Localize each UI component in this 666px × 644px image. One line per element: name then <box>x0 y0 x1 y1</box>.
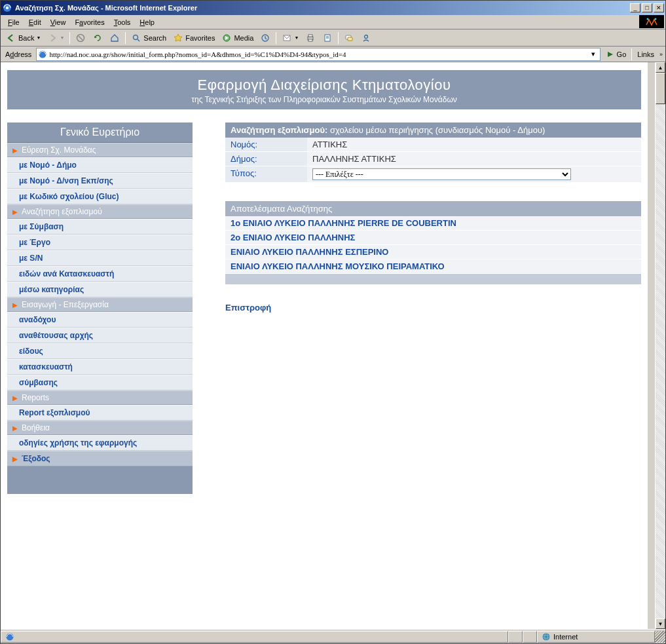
sidebar-item-anadoxou[interactable]: αναδόχου <box>7 312 193 328</box>
menu-view[interactable]: View <box>46 17 71 28</box>
resize-grip[interactable] <box>655 631 665 643</box>
status-zone: Internet <box>537 631 655 643</box>
menu-tools[interactable]: Tools <box>109 17 136 28</box>
results-footer <box>225 274 641 284</box>
arrow-icon: ▶ <box>12 425 18 432</box>
print-button[interactable] <box>303 31 318 45</box>
search-title: Αναζήτηση εξοπλισμού: σχολείου μέσω περι… <box>225 123 641 138</box>
refresh-button[interactable] <box>90 31 105 45</box>
sidebar-item-ergo[interactable]: με Έργο <box>7 235 193 250</box>
sidebar-section-edit[interactable]: ▶Εισαγωγή - Επεξεργασία <box>7 297 193 312</box>
scroll-track[interactable] <box>656 104 665 618</box>
history-button[interactable] <box>257 31 273 45</box>
go-label: Go <box>617 50 627 58</box>
maximize-button[interactable]: □ <box>642 3 652 12</box>
svg-point-3 <box>647 18 649 20</box>
sidebar-section-search[interactable]: ▶Αναζήτηση εξοπλισμού <box>7 204 193 219</box>
back-dropdown-icon[interactable]: ▼ <box>36 35 41 40</box>
status-cell <box>523 631 537 643</box>
sidebar: Γενικό Ευρετήριο ▶Εύρεση Σχ. Μονάδας με … <box>7 123 193 494</box>
menu-favorites[interactable]: Favorites <box>70 17 109 28</box>
back-button[interactable]: Back ▼ <box>3 31 43 45</box>
sidebar-item-kataskevasti[interactable]: ειδών ανά Κατασκευαστή <box>7 266 193 282</box>
app-title: Εφαρμογή Διαχείρισης Κτηματολογίου <box>12 77 636 94</box>
close-button[interactable]: ✕ <box>654 3 664 12</box>
field-label-dimos: Δήμος: <box>225 152 307 166</box>
field-label-nomos: Νομός: <box>225 138 307 151</box>
sidebar-exit[interactable]: ▶Έξοδος <box>7 451 193 466</box>
address-input-wrap[interactable]: ▾ <box>36 48 600 61</box>
result-item[interactable]: 1ο ΕΝΙΑΙΟ ΛΥΚΕΙΟ ΠΑΛΛΗΝΗΣ PIERRE DE COUB… <box>225 216 641 231</box>
sidebar-item-katigoria[interactable]: μέσω κατηγορίας <box>7 282 193 297</box>
scroll-down-button[interactable]: ▼ <box>656 618 665 629</box>
ie-throbber-icon <box>639 15 664 28</box>
links-chevron-icon[interactable]: » <box>659 51 663 58</box>
sidebar-item-guide[interactable]: οδηγίες χρήσης της εφαρμογής <box>7 435 193 451</box>
menu-file[interactable]: File <box>3 17 24 28</box>
media-icon <box>221 33 232 43</box>
status-message <box>1 631 508 643</box>
sidebar-section-reports[interactable]: ▶Reports <box>7 390 193 405</box>
forward-dropdown-icon[interactable]: ▼ <box>60 35 64 40</box>
toolbar-separator <box>69 32 70 44</box>
sidebar-section-label: Βοήθεια <box>22 423 50 432</box>
content-area: Εφαρμογή Διαχείρισης Κτηματολογίου της Τ… <box>1 62 665 629</box>
address-input[interactable] <box>49 50 587 58</box>
typos-select[interactable]: --- Επιλέξτε --- <box>312 168 571 180</box>
stop-button[interactable] <box>73 31 88 45</box>
sidebar-item-contract[interactable]: σύμβασης <box>7 375 193 390</box>
sidebar-section-help[interactable]: ▶Βοήθεια <box>7 421 193 435</box>
browser-window: Αναζήτηση Σχ. Μονάδας - Microsoft Intern… <box>0 0 666 644</box>
field-value-dimos: ΠΑΛΛΗΝΗΣ ΑΤΤΙΚΗΣ <box>307 152 641 166</box>
status-cell <box>508 631 523 643</box>
print-icon <box>305 33 316 43</box>
sidebar-item-eidous[interactable]: είδους <box>7 343 193 359</box>
sidebar-item-report[interactable]: Report εξοπλισμού <box>7 405 193 421</box>
menu-edit[interactable]: Edit <box>24 17 46 28</box>
sidebar-item-nomo-dnsi[interactable]: με Νομό - Δ/νση Εκπ/σης <box>7 173 193 189</box>
svg-point-7 <box>134 35 138 39</box>
search-title-bold: Αναζήτηση εξοπλισμού: <box>231 125 327 135</box>
sidebar-section-find[interactable]: ▶Εύρεση Σχ. Μονάδας <box>7 143 193 157</box>
scroll-up-button[interactable]: ▲ <box>656 62 665 73</box>
sidebar-item-manufacturer[interactable]: κατασκευαστή <box>7 359 193 375</box>
results-header: Αποτελέσματα Αναζήτησης <box>225 201 641 216</box>
back-link[interactable]: Επιστροφή <box>225 303 271 313</box>
address-label: Address <box>3 50 33 58</box>
edit-button[interactable] <box>320 31 335 45</box>
sidebar-item-symvasi[interactable]: με Σύμβαση <box>7 219 193 235</box>
field-typos: Τύπος: --- Επιλέξτε --- <box>225 166 641 183</box>
messenger-button[interactable] <box>358 31 374 45</box>
menu-help[interactable]: Help <box>135 17 159 28</box>
sidebar-item-nomo-dimo[interactable]: με Νομό - Δήμο <box>7 157 193 173</box>
field-nomos: Νομός: ΑΤΤΙΚΗΣ <box>225 138 641 152</box>
forward-arrow-icon <box>47 33 58 43</box>
media-button[interactable]: Media <box>219 31 256 45</box>
sidebar-item-gluc[interactable]: με Κωδικό σχολείου (Gluc) <box>7 189 193 204</box>
links-label[interactable]: Links <box>635 50 657 58</box>
search-button[interactable]: Search <box>128 31 169 45</box>
result-item[interactable]: ΕΝΙΑΙΟ ΛΥΚΕΙΟ ΠΑΛΛΗΝΗΣ ΕΣΠΕΡΙΝΟ <box>225 245 641 259</box>
mail-icon <box>282 33 292 43</box>
vertical-scrollbar[interactable]: ▲ ▼ <box>655 62 665 629</box>
window-title: Αναζήτηση Σχ. Μονάδας - Microsoft Intern… <box>15 4 630 12</box>
mail-button[interactable]: ▼ <box>279 31 301 45</box>
address-dropdown-icon[interactable]: ▾ <box>588 50 599 58</box>
forward-button[interactable]: ▼ <box>45 31 67 45</box>
home-button[interactable] <box>107 31 122 45</box>
svg-rect-14 <box>308 39 312 41</box>
go-button[interactable]: Go <box>603 50 629 59</box>
favorites-button[interactable]: Favorites <box>170 31 217 45</box>
toolbar-separator <box>631 48 632 60</box>
sidebar-item-anathetousas[interactable]: αναθέτουσας αρχής <box>7 328 193 343</box>
minimize-button[interactable]: _ <box>630 3 640 12</box>
svg-line-8 <box>138 39 139 41</box>
discuss-button[interactable] <box>341 31 357 45</box>
scroll-thumb[interactable] <box>656 73 665 104</box>
favorites-icon <box>173 33 183 43</box>
svg-point-21 <box>39 50 46 58</box>
result-item[interactable]: ΕΝΙΑΙΟ ΛΥΚΕΙΟ ΠΑΛΛΗΝΗΣ ΜΟΥΣΙΚΟ ΠΕΙΡΑΜΑΤΙ… <box>225 259 641 274</box>
result-item[interactable]: 2ο ΕΝΙΑΙΟ ΛΥΚΕΙΟ ΠΑΛΛΗΝΗΣ <box>225 231 641 245</box>
sidebar-item-sn[interactable]: με S/N <box>7 250 193 266</box>
history-icon <box>260 33 270 43</box>
